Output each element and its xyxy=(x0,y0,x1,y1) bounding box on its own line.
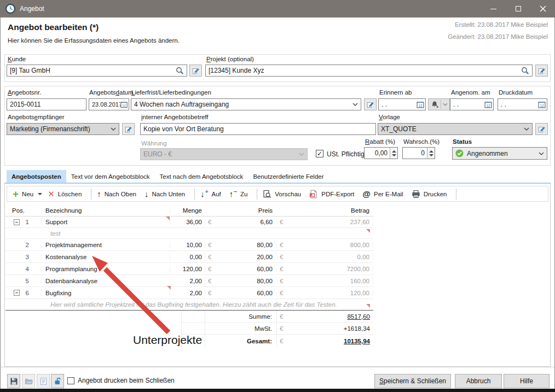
kunde-edit-button[interactable] xyxy=(189,65,202,77)
positions-toolbar: + Neu ✕ Löschen ↑ Nach Oben ↓ Nach Unten… xyxy=(7,186,548,202)
table-row[interactable]: 4 Programmplanung 120,00 € 60,00 € 7200,… xyxy=(5,263,373,275)
preview-button[interactable]: Vorschau xyxy=(263,190,301,198)
tab-benutzerdefinierte-felder[interactable]: Benutzerdefinierte Felder xyxy=(248,170,328,183)
ust-pflichtig-label: USt. Pflichtig xyxy=(327,150,365,158)
help-button[interactable]: Hilfe xyxy=(504,374,550,388)
angenommen-am-input[interactable]: . . 12 xyxy=(450,98,494,110)
close-button[interactable] xyxy=(530,0,555,17)
save-button[interactable] xyxy=(7,374,20,388)
betreff-label: interner Angebotsbetreff xyxy=(141,114,209,120)
note-indicator-icon xyxy=(366,229,370,233)
preview-icon xyxy=(263,190,271,198)
title-bar: Angebot xyxy=(0,0,555,17)
tab-angebotsposten[interactable]: Angebotsposten xyxy=(7,170,66,183)
row-note[interactable]: Hier wird sämtliche Projektzeit für das … xyxy=(5,299,373,310)
arrow-down-icon: ↓ xyxy=(144,189,149,198)
search-icon[interactable] xyxy=(176,67,184,75)
window-title: Angebot xyxy=(20,5,44,13)
spinner-arrows-icon[interactable] xyxy=(427,148,435,159)
delete-button[interactable]: ✕ Löschen xyxy=(48,189,82,199)
rabatt-label: Rabatt (%) xyxy=(365,138,395,145)
lieferfrist-edit-button[interactable] xyxy=(364,98,377,110)
col-header-bezeichnung[interactable]: Bezeichnung xyxy=(41,207,170,214)
betreff-input[interactable]: Kopie von Vor Ort Beratung xyxy=(140,123,376,135)
pdf-export-button[interactable]: PDF-Export xyxy=(309,190,354,198)
gesamt-value: 10135,94 xyxy=(290,335,373,347)
angebotsnr-label: Angebotsnr. xyxy=(8,89,41,96)
angebotsnr-input[interactable]: 2015-0011 xyxy=(7,98,86,110)
projekt-input[interactable]: [12345] Kunde Xyz xyxy=(205,65,533,77)
page-subtitle: Hier können Sie die Erfassungsdaten eine… xyxy=(8,37,180,44)
summe-row: Summe: € 8517,60 xyxy=(5,311,373,323)
col-header-betrag[interactable]: Betrag xyxy=(290,207,373,214)
lieferfrist-combobox[interactable]: 4 Wochen nach Auftragseingang xyxy=(131,98,361,110)
erinnern-ab-input[interactable]: . . 12 xyxy=(378,98,426,110)
angebotsempfaenger-combobox[interactable]: Marketing (Firmenanschrift) xyxy=(7,123,119,135)
email-button[interactable]: @ Per E-Mail xyxy=(362,189,403,198)
table-row[interactable]: 1 Support 36,00 € 6,60 € 237,60 xyxy=(5,217,373,228)
folder-icon xyxy=(25,377,33,385)
rabatt-spinner[interactable]: 0,00 xyxy=(364,147,398,159)
table-row[interactable]: 2 Projektmanagement 10,00 € 80,00 € 800,… xyxy=(5,239,373,251)
lieferfrist-label: Lieferfrist/Lieferbedingungen xyxy=(131,89,211,96)
row-note[interactable]: test xyxy=(5,228,373,239)
mwst-label: MwSt. xyxy=(205,323,276,335)
druckdatum-input[interactable]: . . 12 xyxy=(498,98,547,110)
calendar-icon[interactable]: 12 xyxy=(120,101,128,108)
vorlage-edit-button[interactable] xyxy=(535,123,548,135)
table-row[interactable]: 3 Kostenanalyse 0,00 € 20,00 € 0,00 xyxy=(5,251,373,263)
new-dropdown-caret-icon[interactable] xyxy=(38,193,42,195)
tab-text-vor-angebotsblock[interactable]: Text vor dem Angebotsblock xyxy=(66,170,155,183)
angebot-window: Angebot Angebot bearbeiten (*) Hier könn… xyxy=(0,0,555,392)
currency-symbol: € xyxy=(276,311,290,323)
kunde-input[interactable]: [9] Tau GmbH xyxy=(7,65,187,77)
col-header-menge[interactable]: Menge xyxy=(170,207,205,214)
open-folder-button xyxy=(22,374,35,388)
move-down-button[interactable]: ↓ Nach Unten xyxy=(144,189,185,198)
save-and-close-button[interactable]: Speichern & Schließen xyxy=(374,374,451,388)
spinner-arrows-icon[interactable] xyxy=(390,148,397,159)
svg-text:12: 12 xyxy=(418,104,423,108)
unlock-button[interactable] xyxy=(51,374,64,388)
table-row[interactable]: 6 Bugfixing 2,00 € 60,00 € 120,00 xyxy=(5,287,373,299)
collapse-row-icon[interactable] xyxy=(14,219,20,225)
clear-reminder-button[interactable]: x xyxy=(428,98,450,110)
move-up-button[interactable]: ↑ Nach Oben xyxy=(97,189,136,198)
calendar-icon[interactable]: 12 xyxy=(538,101,546,108)
cancel-button[interactable]: Abbruch xyxy=(455,374,502,388)
new-button[interactable]: + Neu xyxy=(13,190,33,198)
tab-text-nach-angebotsblock[interactable]: Text nach dem Angebotsblock xyxy=(155,170,248,183)
svg-text:12: 12 xyxy=(540,104,544,108)
angebotsdatum-input[interactable]: 23.08.2017 12 xyxy=(89,98,129,110)
print-on-close-checkbox[interactable] xyxy=(67,377,74,384)
collapse-row-icon[interactable] xyxy=(14,290,20,296)
minimize-button[interactable] xyxy=(481,0,506,17)
wahrsch-label: Wahrsch.(%) xyxy=(403,138,440,145)
projekt-label: Projekt (optional) xyxy=(206,56,254,62)
svg-text:x: x xyxy=(437,105,439,108)
ust-pflichtig-checkbox[interactable] xyxy=(316,150,323,157)
print-button[interactable]: Drucken xyxy=(412,190,447,198)
table-row[interactable]: 5 Datenbankanalyse 2,00 € 80,00 € 160,00 xyxy=(5,275,373,287)
angebotsdatum-label: Angebotsdatum xyxy=(89,89,134,96)
wahrsch-spinner[interactable]: 0 xyxy=(402,147,435,159)
search-icon[interactable] xyxy=(521,67,529,75)
calendar-icon[interactable]: 12 xyxy=(484,101,492,108)
col-header-pos[interactable]: Pos. xyxy=(5,207,25,214)
maximize-button[interactable] xyxy=(506,0,530,17)
reminder-bell-off-icon: x xyxy=(431,101,438,108)
expand-all-button[interactable]: ↓+ Auf xyxy=(200,189,221,198)
vorlage-combobox[interactable]: XT_QUOTE xyxy=(378,123,533,135)
window-bottom-edge xyxy=(0,389,555,392)
chevron-down-icon xyxy=(299,153,304,156)
page-title: Angebot bearbeiten (*) xyxy=(8,22,99,32)
note-indicator-icon xyxy=(166,217,170,220)
col-header-preis[interactable]: Preis xyxy=(218,207,276,214)
status-combobox[interactable]: Angenommen xyxy=(452,147,547,160)
collapse-all-button[interactable]: ↑– Zu xyxy=(229,189,247,198)
modified-meta: Geändert: 23.08.2017 Mike Beispiel xyxy=(448,33,548,40)
angebotsempfaenger-edit-button[interactable] xyxy=(122,123,135,135)
projekt-edit-button[interactable] xyxy=(535,65,548,77)
calendar-icon[interactable]: 12 xyxy=(417,101,424,108)
angenommen-am-label: Angenom. am xyxy=(451,89,490,96)
